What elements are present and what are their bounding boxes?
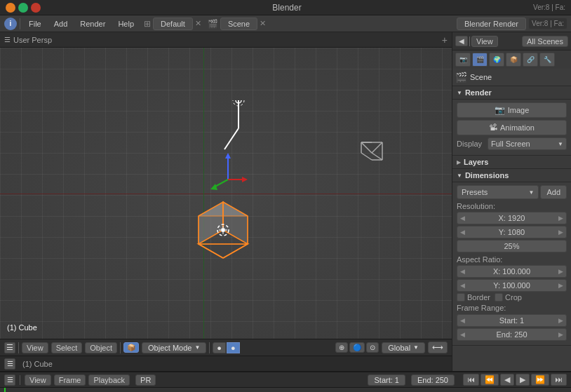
snap-btn[interactable]: 🔵 [349,342,365,353]
presets-selector[interactable]: Presets ▼ [457,185,539,199]
presets-add-btn[interactable]: Add [540,185,567,199]
play-reverse-btn[interactable]: ◀ [500,374,514,386]
aspect-y-field[interactable]: ◀ Y: 100.000 ▶ [457,279,567,292]
res-y-right-arrow[interactable]: ▶ [558,229,563,236]
render-triangle: ▼ [457,90,462,96]
marker-pr-btn[interactable]: PR [135,374,156,386]
aspect-x-field[interactable]: ◀ X: 100.000 ▶ [457,265,567,278]
crop-checkbox[interactable] [495,293,503,302]
mode-selector[interactable]: Object Mode ▼ [142,342,206,353]
selected-object-info: (1) Cube [22,360,53,368]
step-back-btn[interactable]: ⏪ [481,374,499,386]
scene-section-icon: 🎬 [455,72,467,83]
menu-render[interactable]: Render [74,18,111,29]
svg-marker-14 [225,153,231,158]
menu-bar: i File Add Render Help ⊞ Default ✕ 🎬 Sce… [0,15,571,32]
info-icon[interactable]: i [4,18,17,30]
object-menu-btn[interactable]: Object [85,342,117,353]
modifier-props-tab[interactable]: 🔧 [539,53,555,67]
scene-props-tab[interactable]: 🎬 [472,53,488,67]
menu-add[interactable]: Add [48,18,74,29]
end-frame-field[interactable]: ◀ End: 250 ▶ [457,328,567,341]
pivot-btn[interactable]: ⊕ [335,342,348,353]
render-props-tab[interactable]: 📷 [455,53,471,67]
status-bar: ☰ (1) Cube [0,356,452,371]
world-props-tab[interactable]: 🌍 [489,53,504,67]
close-button[interactable] [31,3,41,13]
play-btn[interactable]: ▶ [516,374,530,386]
jump-end-btn[interactable]: ⏭ [551,374,567,386]
res-x-left-arrow[interactable]: ◀ [460,215,465,222]
dimensions-section-content: Presets ▼ Add Resolution: ◀ X: 1920 ▶ ◀ … [452,182,571,346]
start-frame-display[interactable]: Start: 1 [368,374,405,386]
object-icon[interactable]: 📦 [123,342,139,353]
timeline-view-btn[interactable]: View [25,374,51,386]
playhead[interactable] [4,388,6,392]
view-persp-label: User Persp [13,36,52,44]
border-checkbox[interactable] [457,293,465,302]
menu-help[interactable]: Help [112,18,140,29]
resolution-percent-field[interactable]: 25% [457,240,567,252]
view-btn[interactable]: View [471,36,498,47]
constraint-props-tab[interactable]: 🔗 [523,53,538,67]
svg-line-10 [361,153,372,160]
viewport-menu-btn[interactable]: ☰ [4,342,15,353]
transform-gizmo [207,151,249,194]
version-display: Ver:8 | Fa: [529,18,567,29]
end-frame-display[interactable]: End: 250 [411,374,455,386]
viewport-corner-btn[interactable]: + [442,34,448,46]
aspect-y-left-arrow[interactable]: ◀ [460,282,465,289]
timeline-frame-btn[interactable]: Frame [54,374,86,386]
object-props-tab[interactable]: 📦 [506,53,521,67]
engine-selector[interactable]: Blender Render [457,18,526,30]
solid-btn[interactable]: ● [227,342,240,353]
step-forward-btn[interactable]: ⏩ [531,374,549,386]
wireframe-btn[interactable]: ● [213,342,226,353]
resolution-y-field[interactable]: ◀ Y: 1080 ▶ [457,226,567,238]
jump-start-btn[interactable]: ⏮ [463,374,479,386]
timeline-ruler[interactable]: 0 20 40 60 80 100 120 140 160 180 200 22… [0,388,571,392]
all-scenes-btn[interactable]: All Scenes [522,36,568,47]
sidebar-collapse-btn[interactable]: ◀ [455,36,468,46]
start-frame-field[interactable]: ◀ Start: 1 ▶ [457,314,567,327]
svg-marker-24 [199,244,248,258]
menu-file[interactable]: File [23,18,47,29]
svg-line-6 [372,153,382,160]
maximize-button[interactable] [18,3,28,13]
minimize-button[interactable] [6,3,15,13]
move-tool-btn[interactable]: ⟷ [428,342,448,353]
res-x-right-arrow[interactable]: ▶ [558,215,563,222]
aspect-x-left-arrow[interactable]: ◀ [460,268,465,275]
proportional-btn[interactable]: ⊙ [366,342,379,353]
svg-line-27 [223,244,248,258]
image-render-btn[interactable]: 📷 Image [457,102,567,118]
workspace-selector[interactable]: Default [153,18,193,30]
dimensions-triangle: ▼ [457,173,462,179]
scene-selector[interactable]: Scene [220,18,257,30]
resolution-x-field[interactable]: ◀ X: 1920 ▶ [457,212,567,224]
status-menu-btn[interactable]: ☰ [4,358,15,370]
svg-line-5 [372,142,382,153]
res-y-left-arrow[interactable]: ◀ [460,229,465,236]
display-selector[interactable]: Full Screen ▼ [488,137,567,150]
svg-line-4 [361,142,372,153]
global-selector[interactable]: Global ▼ [382,342,425,353]
layers-triangle: ▶ [457,159,461,165]
layers-section-header[interactable]: ▶ Layers [452,156,571,169]
aspect-y-right-arrow[interactable]: ▶ [558,282,563,289]
properties-tabs: 📷 🎬 🌍 📦 🔗 🔧 [452,50,571,69]
aspect-x-right-arrow[interactable]: ▶ [558,268,563,275]
render-section-title: Render [465,88,492,97]
display-label: Display [457,140,485,148]
3d-viewport[interactable]: (1) Cube [0,48,452,339]
timeline-playback-btn[interactable]: Playback [88,374,130,386]
dimensions-section-header[interactable]: ▼ Dimensions [452,169,571,182]
resolution-label: Resolution: [457,202,567,210]
ruler-marks-container: 0 20 40 60 80 100 120 140 160 180 200 22… [0,388,571,392]
select-menu-btn[interactable]: Select [51,342,83,353]
render-section-header[interactable]: ▼ Render [452,86,571,100]
view-menu-btn[interactable]: View [22,342,48,353]
viewport-menu-icon[interactable]: ☰ [4,36,11,43]
timeline-menu-btn[interactable]: ☰ [4,374,15,386]
animation-render-btn[interactable]: 📽 Animation [457,120,567,135]
